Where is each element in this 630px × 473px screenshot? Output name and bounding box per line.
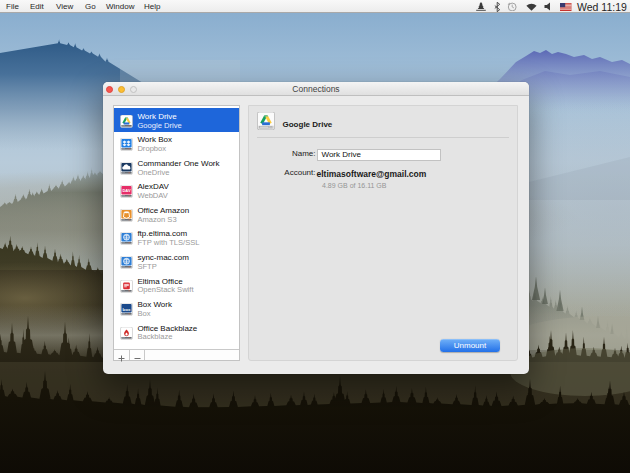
svg-text:DAV: DAV	[122, 189, 130, 194]
svg-text:box: box	[122, 307, 130, 312]
